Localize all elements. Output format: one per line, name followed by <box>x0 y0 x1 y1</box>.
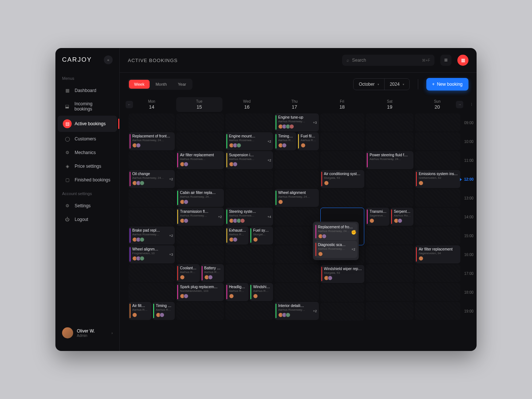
sidebar-item-active-bookings[interactable]: ▤Active bookings <box>58 116 117 132</box>
search-input[interactable] <box>352 58 419 63</box>
time-slot[interactable] <box>415 132 460 150</box>
booking-event[interactable]: Transmission fl… Aarhus Rosenway… +2 <box>176 208 224 226</box>
more-button[interactable]: ⋮ <box>468 101 474 108</box>
time-slot[interactable] <box>320 151 365 169</box>
booking-event[interactable]: Engine tune-up Aarhus Rosenway… +3 <box>274 113 319 132</box>
time-slot[interactable] <box>176 302 224 320</box>
booking-event[interactable]: Timing b… Aarhus R… <box>152 302 175 320</box>
view-tab-year[interactable]: Year <box>173 80 191 89</box>
booking-event[interactable]: Diagnostic sca… Aarhus Rosenway… +2 <box>314 241 357 258</box>
booking-event[interactable]: Steering syste… Aarhus Rosenwa… +4 <box>225 208 273 226</box>
sidebar-item-customers[interactable]: ◯Customers <box>58 132 117 146</box>
time-slot[interactable] <box>274 170 319 188</box>
time-slot[interactable] <box>225 302 273 320</box>
time-slot[interactable]: Replacement of front… Aarhus Rosenway, 2… <box>129 132 175 150</box>
booking-event[interactable]: Fuel filt… Aarhus R… <box>297 132 319 150</box>
next-week-button[interactable]: → <box>456 101 463 108</box>
time-slot[interactable]: Exhaust… Aarhus R… Fuel sys… Storgat… <box>225 226 273 245</box>
time-slot[interactable] <box>129 283 175 301</box>
booking-event[interactable]: Coolant… Aarhus R… <box>176 264 200 282</box>
time-slot[interactable] <box>415 283 460 301</box>
view-tab-month[interactable]: Month <box>150 80 172 89</box>
time-slot[interactable]: Brake pad repl… Aarhus Rosenway… +2 <box>129 226 175 245</box>
booking-event[interactable]: Replacement of front… Aarhus Rosenway, 2… <box>129 132 175 150</box>
time-slot[interactable] <box>129 189 175 207</box>
time-slot[interactable] <box>129 264 175 282</box>
time-slot[interactable] <box>415 302 460 320</box>
time-slot[interactable]: Transmi… Sageneve… Serpenti… Aarhus Ro… <box>366 208 413 226</box>
time-slot[interactable]: Engine tune-up Aarhus Rosenway… +3 <box>274 113 319 132</box>
time-slot[interactable]: Air conditioning syst… Storgata, 53 <box>320 170 365 188</box>
time-slot[interactable] <box>225 245 273 263</box>
time-slot[interactable] <box>415 189 460 207</box>
booking-event[interactable]: Suspension i… Aarhus Rosenwa… +2 <box>225 151 273 169</box>
sidebar-item-settings[interactable]: ⚙Settings <box>58 199 117 212</box>
sidebar-item-price-settings[interactable]: ◈Price settings <box>58 160 117 173</box>
sidebar-item-incoming-bookings[interactable]: ⬓Incoming bookings <box>58 98 117 115</box>
time-slot[interactable] <box>274 226 319 245</box>
time-slot[interactable]: Timing… Aarhus R… Fuel filt… Aarhus R… <box>274 132 319 150</box>
time-slot[interactable]: Oil change Aarhus Rosenway, 24… +2 <box>129 170 175 188</box>
time-slot[interactable]: Air filter replacement Aarhus Rosenwa… <box>176 151 224 169</box>
time-slot[interactable]: Wheel alignment Aarhus Rosenway, 24… <box>274 189 319 207</box>
time-slot[interactable] <box>320 113 365 132</box>
menu-button[interactable]: ≡ <box>440 55 451 66</box>
booking-event[interactable]: Wheel alignment Aarhus Rosenway, 24… <box>274 189 319 207</box>
view-tab-week[interactable]: Week <box>129 80 150 89</box>
booking-event[interactable]: Timing… Aarhus R… <box>274 132 296 150</box>
booking-event[interactable]: Power steering fluid f… Aarhus Rosenway,… <box>366 151 413 169</box>
time-slot[interactable]: Transmission fl… Aarhus Rosenway… +2 <box>176 208 224 226</box>
time-slot[interactable] <box>274 264 319 282</box>
new-booking-button[interactable]: + New booking <box>426 78 468 91</box>
search-box[interactable]: ⌕ ⌘+F <box>342 55 434 66</box>
time-slot[interactable] <box>225 170 273 188</box>
time-slot[interactable]: Replacement of fro… Aarhus Rosenway, 24…… <box>320 208 365 245</box>
time-slot[interactable] <box>320 132 365 150</box>
time-slot[interactable] <box>415 226 460 245</box>
time-slot[interactable]: Suspension i… Aarhus Rosenwa… +2 <box>225 151 273 169</box>
time-slot[interactable] <box>225 189 273 207</box>
time-slot[interactable] <box>415 151 460 169</box>
time-slot[interactable]: Spark plug replacem… Nordstrandveien, 10… <box>176 283 224 301</box>
booking-event[interactable]: Brake pad repl… Aarhus Rosenway… +2 <box>129 226 175 245</box>
user-profile-row[interactable]: Oliver W. Admin › <box>55 322 119 344</box>
time-slot[interactable] <box>320 284 365 302</box>
time-slot[interactable] <box>415 208 460 226</box>
time-slot[interactable] <box>366 113 413 132</box>
time-slot[interactable]: Cabin air filter repla… Aarhus Rosenway,… <box>176 189 224 207</box>
time-slot[interactable] <box>274 208 319 226</box>
booking-event[interactable]: Spark plug replacem… Nordstrandveien, 10… <box>176 283 224 301</box>
time-slot[interactable]: Windshield wiper rep… Storgata, 53 <box>320 265 365 283</box>
sidebar-item-mechanics[interactable]: ⚙Mechanics <box>58 146 117 159</box>
booking-event[interactable]: Windshi… Aarhus R… <box>249 283 273 301</box>
year-select[interactable]: 2024 ▾ <box>384 79 409 90</box>
booking-event[interactable]: Interior detaili… Aarhus Rosenway… +2 <box>274 302 319 320</box>
time-slot[interactable] <box>176 226 224 245</box>
time-slot[interactable]: Air filt… Aarhus R… Timing b… Aarhus R… <box>129 302 175 320</box>
booking-event[interactable]: Wheel alignm… Frognerveien, 10 +3 <box>129 245 175 263</box>
time-slot[interactable] <box>415 264 460 282</box>
time-slot[interactable]: Interior detaili… Aarhus Rosenway… +2 <box>274 302 319 320</box>
time-slot[interactable] <box>274 283 319 301</box>
collapse-sidebar-button[interactable]: « <box>104 55 113 64</box>
time-slot[interactable] <box>274 245 319 263</box>
time-slot[interactable] <box>366 189 413 207</box>
sidebar-item-dashboard[interactable]: ▦Dashboard <box>58 84 117 97</box>
booking-event[interactable]: Headlig… Aarhus R… <box>225 283 249 301</box>
booking-event[interactable]: Fuel sys… Storgat… <box>249 226 273 245</box>
month-select[interactable]: October ▾ <box>354 79 384 90</box>
time-slot[interactable] <box>320 189 365 207</box>
time-slot[interactable] <box>176 113 224 132</box>
time-slot[interactable] <box>129 208 175 226</box>
time-slot[interactable] <box>366 283 413 301</box>
booking-event[interactable]: Windshield wiper rep… Storgata, 53 <box>320 265 365 283</box>
time-slot[interactable] <box>366 226 413 245</box>
time-slot[interactable] <box>366 302 413 320</box>
time-slot[interactable] <box>366 132 413 150</box>
booking-event[interactable]: Cabin air filter repla… Aarhus Rosenway,… <box>176 189 224 207</box>
prev-week-button[interactable]: ← <box>126 101 133 108</box>
time-slot[interactable]: Engine mount… Aarhus Rosenwa… +2 <box>225 132 273 150</box>
booking-event[interactable]: Emissions system ins… Grefsenveien, 62 <box>415 170 460 188</box>
time-slot[interactable] <box>366 245 413 263</box>
time-slot[interactable] <box>129 151 175 169</box>
